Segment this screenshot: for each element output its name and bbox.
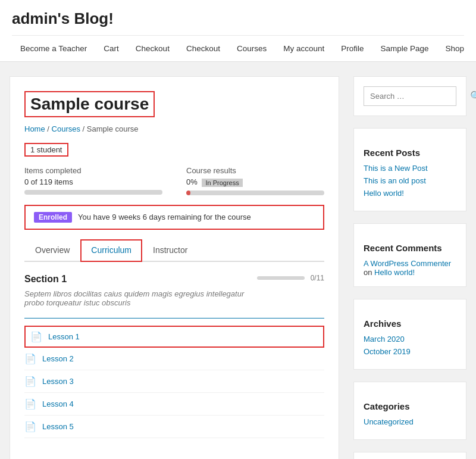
nav-checkout-1[interactable]: Checkout [127, 36, 178, 61]
lesson-item[interactable]: 📄 Lesson 3 [24, 370, 324, 393]
nav-cart[interactable]: Cart [95, 36, 127, 61]
main-nav: Become a Teacher Cart Checkout Checkout … [12, 35, 464, 61]
recent-posts-widget: Recent Posts This is a New Post This is … [353, 128, 466, 211]
stats-row: Items completed 0 of 119 items Course re… [24, 166, 324, 195]
section-header: Section 1 Septem libros docilitas caius … [24, 274, 324, 313]
in-progress-label: In Progress [202, 179, 242, 187]
lesson-item[interactable]: 📄 Lesson 2 [24, 348, 324, 370]
items-progress-bar-bg [24, 190, 162, 195]
page-wrapper: Sample course Home / Courses / Sample co… [0, 62, 476, 459]
results-progress-bar-fill [186, 191, 190, 195]
archive-link[interactable]: October 2019 [364, 347, 456, 356]
sidebar: 🔍 Recent Posts This is a New Post This i… [353, 76, 466, 459]
nav-checkout-2[interactable]: Checkout [178, 36, 228, 61]
lesson-icon: 📄 [24, 376, 36, 387]
categories-title: Categories [364, 401, 456, 411]
student-badge: 1 student [24, 143, 68, 157]
section-progress-wrap: 0/11 [257, 274, 324, 282]
lesson-link[interactable]: Lesson 4 [42, 399, 74, 408]
lesson-item[interactable]: 📄 Lesson 4 [24, 393, 324, 416]
course-results-value: 0% In Progress [186, 177, 324, 187]
recent-post-link[interactable]: This is a New Post [364, 164, 456, 173]
breadcrumb: Home / Courses / Sample course [24, 124, 324, 133]
enrolled-banner: Enrolled You have 9 weeks 6 days remaini… [24, 205, 324, 230]
lesson-link[interactable]: Lesson 2 [42, 354, 74, 363]
section-count: 0/11 [311, 274, 324, 282]
meta-widget: Meta Site Admin [353, 452, 466, 459]
lesson-icon: 📄 [24, 421, 36, 432]
tab-curriculum[interactable]: Curriculum [80, 239, 142, 262]
course-results-block: Course results 0% In Progress [186, 166, 324, 195]
lesson-link[interactable]: Lesson 3 [42, 377, 74, 386]
lesson-item[interactable]: 📄 Lesson 5 [24, 416, 324, 438]
lesson-icon: 📄 [24, 353, 36, 364]
items-completed-label: Items completed [24, 166, 162, 175]
search-widget: 🔍 [353, 76, 466, 116]
tab-overview[interactable]: Overview [24, 239, 80, 262]
site-header: admin's Blog! Become a Teacher Cart Chec… [0, 0, 476, 62]
course-title: Sample course [24, 91, 155, 117]
lesson-list: 📄 Lesson 1 📄 Lesson 2 📄 Lesson 3 📄 Lesso… [24, 326, 324, 438]
recent-comments-widget: Recent Comments A WordPress Commenter on… [353, 223, 466, 287]
lesson-icon: 📄 [30, 331, 42, 342]
section-title: Section 1 [24, 274, 257, 285]
course-results-label: Course results [186, 166, 324, 175]
tab-instructor[interactable]: Instructor [142, 239, 198, 262]
nav-courses[interactable]: Courses [228, 36, 275, 61]
recent-posts-title: Recent Posts [364, 148, 456, 158]
categories-widget: Categories Uncategorized [353, 382, 466, 440]
search-box: 🔍 [364, 86, 456, 106]
recent-post-link[interactable]: Hello world! [364, 189, 456, 198]
breadcrumb-current: Sample course [87, 124, 139, 133]
recent-post-link[interactable]: This is an old post [364, 176, 456, 185]
nav-sample-page[interactable]: Sample Page [372, 36, 437, 61]
enrolled-tag: Enrolled [34, 212, 72, 223]
comment-post-link[interactable]: Hello world! [374, 268, 415, 277]
search-button[interactable]: 🔍 [470, 90, 476, 102]
section-desc: Septem libros docilitas caius quidem mag… [24, 289, 257, 307]
archive-link[interactable]: March 2020 [364, 335, 456, 344]
items-completed-block: Items completed 0 of 119 items [24, 166, 162, 195]
lesson-icon: 📄 [24, 398, 36, 410]
nav-profile[interactable]: Profile [333, 36, 372, 61]
section-divider [24, 318, 324, 319]
recent-comments-title: Recent Comments [364, 243, 456, 253]
category-link[interactable]: Uncategorized [364, 417, 456, 426]
enrolled-text: You have 9 weeks 6 days remaining for th… [78, 213, 251, 221]
commenter-link[interactable]: A WordPress Commenter [364, 259, 451, 268]
results-progress-bar-bg [186, 191, 324, 195]
items-completed-value: 0 of 119 items [24, 177, 162, 186]
nav-shop[interactable]: Shop [437, 36, 473, 61]
nav-become-teacher[interactable]: Become a Teacher [12, 36, 95, 61]
section-progress-bar [257, 276, 305, 280]
breadcrumb-home[interactable]: Home [24, 124, 45, 133]
lesson-link[interactable]: Lesson 5 [42, 422, 74, 431]
breadcrumb-courses[interactable]: Courses [52, 124, 80, 133]
archives-title: Archives [364, 319, 456, 329]
main-content: Sample course Home / Courses / Sample co… [10, 76, 339, 459]
lesson-item[interactable]: 📄 Lesson 1 [24, 326, 324, 348]
nav-my-account[interactable]: My account [275, 36, 333, 61]
site-title: admin's Blog! [12, 10, 464, 35]
search-input[interactable] [370, 92, 470, 101]
archives-widget: Archives March 2020 October 2019 [353, 299, 466, 370]
recent-comments-text: A WordPress Commenter on Hello world! [364, 259, 456, 277]
course-tabs: Overview Curriculum Instructor [24, 239, 324, 262]
lesson-link[interactable]: Lesson 1 [48, 332, 80, 341]
